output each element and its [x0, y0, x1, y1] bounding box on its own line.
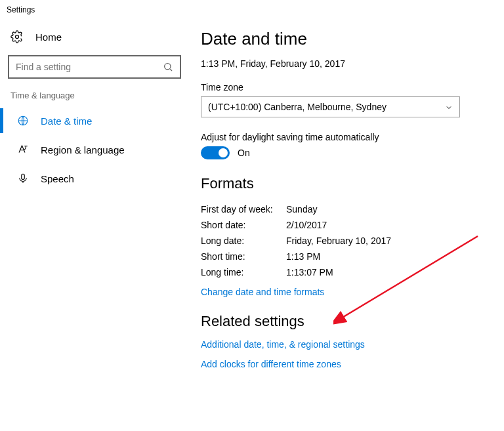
table-row: Short time:1:13 PM [201, 249, 484, 264]
timezone-label: Time zone [201, 82, 484, 92]
format-value: Friday, February 10, 2017 [286, 236, 391, 246]
svg-point-0 [16, 35, 19, 39]
dst-label: Adjust for daylight saving time automati… [201, 132, 484, 142]
window-title: Settings [0, 0, 504, 16]
sidebar: Home Time & language Date & time Region … [0, 16, 188, 431]
format-value: 1:13:07 PM [286, 267, 333, 277]
table-row: Long time:1:13:07 PM [201, 264, 484, 280]
format-value: 1:13 PM [286, 251, 320, 262]
dst-toggle[interactable] [201, 146, 230, 159]
sidebar-item-label: Region & language [41, 144, 125, 155]
sidebar-section-label: Time & language [10, 91, 180, 100]
table-row: Short date:2/10/2017 [201, 217, 484, 233]
gear-icon [10, 30, 24, 43]
sidebar-item-label: Speech [41, 173, 74, 184]
sidebar-item-speech[interactable]: Speech [8, 166, 180, 191]
chevron-down-icon [445, 103, 453, 111]
formats-table: First day of week:Sunday Short date:2/10… [201, 201, 484, 280]
add-clocks-link[interactable]: Add clocks for different time zones [201, 359, 484, 369]
svg-rect-4 [22, 174, 25, 179]
sidebar-item-date-time[interactable]: Date & time [8, 108, 180, 133]
clock-globe-icon [17, 115, 29, 127]
format-value: 2/10/2017 [286, 220, 327, 230]
region-language-icon [17, 144, 29, 155]
format-key: Short time: [201, 251, 286, 262]
current-datetime-display: 1:13 PM, Friday, February 10, 2017 [201, 58, 484, 69]
search-icon [163, 62, 173, 72]
search-field[interactable] [16, 62, 163, 72]
format-key: Short date: [201, 220, 286, 230]
additional-settings-link[interactable]: Additional date, time, & regional settin… [201, 339, 484, 350]
formats-heading: Formats [201, 175, 484, 192]
page-title: Date and time [201, 29, 484, 49]
format-value: Sunday [286, 204, 317, 215]
timezone-select[interactable]: (UTC+10:00) Canberra, Melbourne, Sydney [201, 96, 460, 117]
timezone-selected-value: (UTC+10:00) Canberra, Melbourne, Sydney [208, 102, 387, 112]
microphone-icon [17, 173, 29, 184]
home-label: Home [35, 31, 62, 43]
table-row: Long date:Friday, February 10, 2017 [201, 233, 484, 249]
change-formats-link[interactable]: Change date and time formats [201, 287, 324, 297]
format-key: First day of week: [201, 204, 286, 215]
dst-toggle-state: On [238, 148, 250, 158]
sidebar-item-region-language[interactable]: Region & language [8, 137, 180, 162]
format-key: Long time: [201, 267, 286, 277]
related-settings-heading: Related settings [201, 313, 484, 330]
home-button[interactable]: Home [8, 26, 180, 47]
format-key: Long date: [201, 236, 286, 246]
table-row: First day of week:Sunday [201, 201, 484, 217]
svg-line-2 [170, 69, 172, 71]
main-content: Date and time 1:13 PM, Friday, February … [188, 16, 504, 431]
sidebar-item-label: Date & time [41, 115, 92, 127]
search-input[interactable] [8, 55, 181, 79]
svg-point-1 [165, 64, 171, 70]
